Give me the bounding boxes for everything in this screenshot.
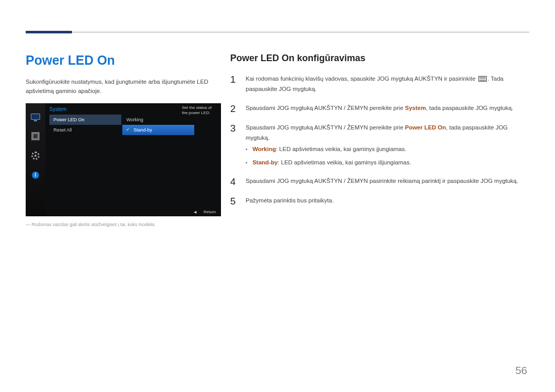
osd-return-label: Return — [203, 210, 216, 214]
osd-menu-column-1: Power LED On Reset All — [49, 115, 121, 135]
left-column: Power LED On Sukonfigūruokite nustatymus… — [26, 53, 224, 228]
step-5: 5 Pažymėta parinktis bus pritaikyta. — [230, 196, 529, 206]
bullet-dot: • — [246, 158, 247, 167]
osd-sidebar: i — [26, 103, 45, 216]
footnote: ― Rodomas vaizdas gali skirtis atsižvelg… — [26, 221, 224, 229]
monitor-icon — [30, 113, 41, 121]
step-4: 4 Spausdami JOG mygtuką AUKŠTYN / ŽEMYN … — [230, 176, 529, 186]
osd-item-reset-all: Reset All — [49, 125, 121, 135]
section-title: Power LED On — [26, 53, 224, 68]
picture-icon — [30, 132, 41, 140]
header-rule — [26, 32, 529, 32]
osd-screenshot: i System Set the status of the power LED… — [26, 103, 221, 216]
page-number: 56 — [515, 364, 527, 377]
step-3: 3 Spausdami JOG mygtuką AUKŠTYN / ŽEMYN … — [230, 123, 529, 167]
header-rule-accent — [26, 31, 72, 33]
step-number: 4 — [230, 176, 237, 186]
step-text: Spausdami JOG mygtuką AUKŠTYN / ŽEMYN pe… — [246, 103, 513, 114]
step-number: 3 — [230, 123, 237, 133]
step-text: Spausdami JOG mygtuką AUKŠTYN / ŽEMYN pa… — [246, 176, 518, 186]
gear-icon — [30, 152, 41, 160]
osd-option-working: Working — [122, 115, 194, 125]
config-title: Power LED On konfigūravimas — [230, 53, 529, 64]
step-number: 2 — [230, 103, 237, 114]
osd-menu-column-2: Working Stand-by — [122, 115, 194, 135]
right-column: Power LED On konfigūravimas 1 Kai rodoma… — [230, 53, 529, 206]
info-icon: i — [30, 171, 41, 179]
osd-footer: ◀ Return — [194, 210, 216, 214]
bullet-dot: • — [246, 144, 247, 154]
step-text: Pažymėta parinktis bus pritaikyta. — [246, 196, 334, 206]
bullet-standby: • Stand-by: LED apšvietimas veikia, kai … — [246, 158, 529, 167]
menu-icon — [478, 76, 487, 81]
step-number: 1 — [230, 74, 237, 84]
step-number: 5 — [230, 196, 237, 206]
intro-paragraph: Sukonfigūruokite nustatymus, kad įjungtu… — [26, 77, 224, 96]
step-2: 2 Spausdami JOG mygtuką AUKŠTYN / ŽEMYN … — [230, 103, 529, 114]
step-list: 1 Kai rodomas funkcinių klavišų vadovas,… — [230, 74, 529, 206]
step-text: Kai rodomas funkcinių klavišų vadovas, s… — [246, 74, 529, 94]
step-1: 1 Kai rodomas funkcinių klavišų vadovas,… — [230, 74, 529, 94]
osd-system-label: System — [49, 106, 66, 112]
sub-bullets: • Working: LED apšvietimas veikia, kai g… — [246, 144, 529, 167]
bullet-working: • Working: LED apšvietimas veikia, kai g… — [246, 144, 529, 154]
step-text: Spausdami JOG mygtuką AUKŠTYN / ŽEMYN pe… — [246, 123, 529, 167]
left-arrow-icon: ◀ — [194, 210, 196, 214]
osd-item-power-led-on: Power LED On — [49, 115, 121, 125]
osd-option-standby: Stand-by — [122, 125, 194, 135]
